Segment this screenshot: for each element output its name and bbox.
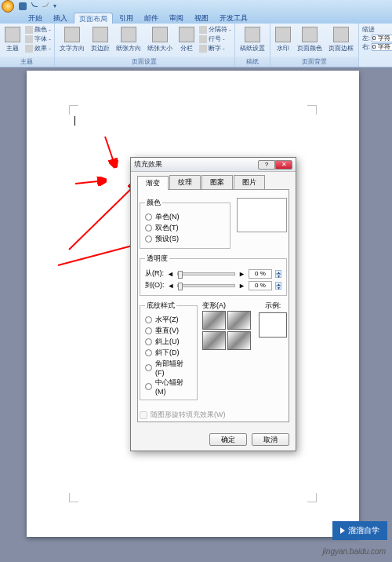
- redo-icon[interactable]: [42, 2, 49, 7]
- variant-1[interactable]: [202, 311, 226, 330]
- radio-diag-down[interactable]: 斜下(D): [145, 348, 192, 358]
- document-area: 填充效果 ? ✕ 渐变 纹理 图案 图片 颜色 单色(N): [0, 68, 392, 562]
- columns-button[interactable]: 分栏: [177, 25, 196, 54]
- brand-watermark: 溜溜自学: [332, 521, 387, 540]
- theme-font-button[interactable]: 字体 -: [25, 35, 51, 43]
- group-label-theme: 主题: [0, 57, 54, 67]
- theme-effect-button[interactable]: 效果 -: [25, 44, 51, 53]
- document-page[interactable]: 填充效果 ? ✕ 渐变 纹理 图案 图片 颜色 单色(N): [27, 71, 359, 537]
- text-direction-icon: [64, 27, 80, 42]
- tab-start[interactable]: 开始: [24, 13, 47, 24]
- line-number-icon: [199, 35, 207, 43]
- variant-3[interactable]: [202, 331, 226, 350]
- transparency-to[interactable]: 到(O):◄ ► ▴▾: [145, 280, 281, 290]
- dialog-close-button[interactable]: ✕: [275, 160, 292, 170]
- variant-grid: [202, 311, 251, 350]
- variant-2[interactable]: [227, 311, 251, 330]
- indent-right[interactable]: 右:▴▾: [362, 42, 392, 51]
- orientation-button[interactable]: 纸张方向: [114, 25, 143, 54]
- svg-line-1: [75, 181, 105, 184]
- undo-icon[interactable]: [31, 2, 38, 7]
- hyphenation-button[interactable]: 断字 -: [199, 44, 231, 53]
- play-icon: [340, 527, 345, 534]
- transparency-legend: 透明度: [145, 254, 169, 264]
- sample-preview: [259, 312, 287, 338]
- size-button[interactable]: 纸张大小: [146, 25, 174, 54]
- transparency-fieldset: 透明度 从(R):◄ ► ▴▾ 到(O):◄ ►: [140, 254, 287, 296]
- save-icon[interactable]: [19, 2, 27, 10]
- sample-label: 示例:: [259, 301, 287, 311]
- tab-picture[interactable]: 图片: [234, 175, 265, 189]
- tab-insert[interactable]: 插入: [49, 13, 72, 24]
- group-theme: 主题 颜色 - 字体 - 效果 - 主题: [0, 24, 55, 67]
- color-legend: 颜色: [145, 198, 162, 208]
- font-icon: [25, 35, 33, 43]
- tab-dev[interactable]: 开发工具: [215, 13, 252, 24]
- svg-line-0: [105, 137, 115, 166]
- theme-button[interactable]: 主题: [3, 25, 22, 54]
- paper-settings-button[interactable]: 稿纸设置: [238, 25, 267, 54]
- quick-access-toolbar: ▾: [0, 0, 392, 13]
- indent-left-input[interactable]: [372, 35, 392, 42]
- slider-from[interactable]: [177, 272, 235, 276]
- theme-icon: [5, 27, 20, 42]
- columns-icon: [179, 27, 194, 42]
- to-value[interactable]: [249, 281, 272, 290]
- ribbon-tabs: 开始 插入 页面布局 引用 邮件 审阅 视图 开发工具: [0, 13, 392, 24]
- svg-line-2: [69, 184, 136, 250]
- breaks-button[interactable]: 分隔符 -: [199, 25, 231, 34]
- paper-icon: [245, 27, 260, 42]
- tab-page-layout[interactable]: 页面布局: [74, 13, 113, 24]
- variant-label: 变形(A): [202, 301, 251, 311]
- radio-horizontal[interactable]: 水平(Z): [145, 315, 192, 325]
- transparency-from[interactable]: 从(R):◄ ► ▴▾: [145, 268, 281, 279]
- radio-vertical[interactable]: 垂直(V): [145, 326, 192, 336]
- slider-thumb[interactable]: [178, 271, 183, 279]
- color-preview: [237, 198, 287, 232]
- tab-gradient[interactable]: 渐变: [137, 176, 169, 190]
- spinner-buttons[interactable]: ▴▾: [275, 282, 281, 290]
- slider-to[interactable]: [177, 284, 235, 287]
- slider-thumb[interactable]: [178, 283, 183, 290]
- office-button[interactable]: [2, 0, 14, 13]
- tab-view[interactable]: 视图: [190, 13, 213, 24]
- hyphen-icon: [199, 45, 207, 53]
- text-direction-button[interactable]: 文字方向: [58, 25, 86, 54]
- tab-texture[interactable]: 纹理: [169, 175, 201, 189]
- indent-label: 缩进: [362, 25, 392, 34]
- page-color-button[interactable]: 页面颜色: [296, 25, 324, 54]
- radio-corner[interactable]: 角部辐射(F): [145, 359, 192, 377]
- ok-button[interactable]: 确定: [209, 433, 247, 446]
- radio-diag-up[interactable]: 斜上(U): [145, 337, 192, 347]
- page-border-button[interactable]: 页面边框: [327, 25, 355, 54]
- group-label-paper: 稿纸: [235, 57, 270, 67]
- radio-two-color[interactable]: 双色(T): [145, 223, 225, 233]
- orientation-icon: [121, 27, 136, 42]
- watermark-button[interactable]: 水印: [274, 25, 292, 54]
- line-number-button[interactable]: 行号 -: [199, 35, 231, 43]
- ribbon: 主题 颜色 - 字体 - 效果 - 主题 文字方向 页边距 纸张方向 纸张大小 …: [0, 24, 392, 68]
- variant-4[interactable]: [227, 331, 251, 350]
- indent-left[interactable]: 左:▴▾: [362, 34, 392, 42]
- radio-preset[interactable]: 预设(S): [145, 234, 225, 244]
- tab-pattern[interactable]: 图案: [201, 175, 233, 189]
- spinner-buttons[interactable]: ▴▾: [275, 270, 281, 278]
- cancel-button[interactable]: 取消: [252, 433, 289, 446]
- from-value[interactable]: [249, 269, 272, 279]
- theme-color-button[interactable]: 颜色 -: [25, 25, 51, 34]
- tab-mail[interactable]: 邮件: [140, 13, 163, 24]
- tab-reference[interactable]: 引用: [114, 13, 138, 24]
- radio-center[interactable]: 中心辐射(M): [145, 378, 192, 396]
- qat-dropdown-icon[interactable]: ▾: [53, 2, 61, 10]
- dialog-titlebar[interactable]: 填充效果 ? ✕: [131, 158, 296, 172]
- radio-one-color[interactable]: 单色(N): [145, 212, 225, 222]
- footer-source: jingyan.baidu.com: [322, 547, 386, 556]
- margins-button[interactable]: 页边距: [89, 25, 111, 54]
- palette-icon: [25, 26, 33, 34]
- group-paper: 稿纸设置 稿纸: [235, 24, 270, 67]
- indent-right-input[interactable]: [372, 43, 392, 51]
- fill-effects-dialog: 填充效果 ? ✕ 渐变 纹理 图案 图片 颜色 单色(N): [130, 157, 296, 451]
- dialog-help-button[interactable]: ?: [258, 160, 275, 170]
- rotate-checkbox[interactable]: 随图形旋转填充效果(W): [140, 410, 287, 420]
- tab-review[interactable]: 审阅: [165, 13, 188, 24]
